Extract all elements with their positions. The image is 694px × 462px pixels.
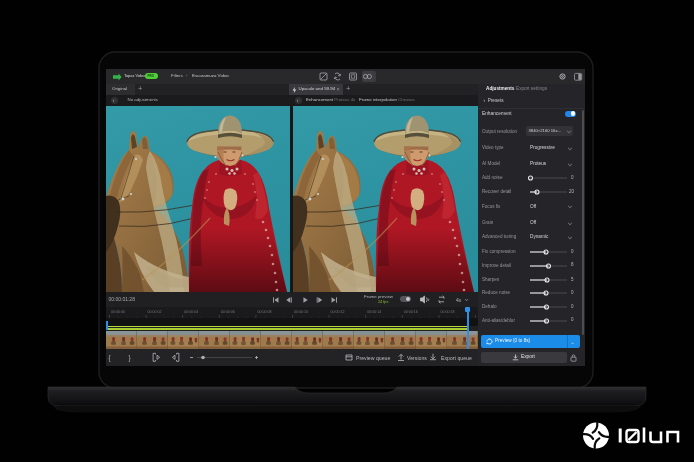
svg-text:{: {	[109, 354, 112, 362]
svg-text:Preview queue: Preview queue	[356, 355, 390, 361]
svg-text:00:00:12: 00:00:12	[331, 310, 345, 314]
svg-text:00:00:04: 00:00:04	[184, 310, 198, 314]
svg-text:00:00:18: 00:00:18	[440, 310, 454, 314]
svg-text:00:00:06: 00:00:06	[221, 310, 235, 314]
svg-text:Versions: Versions	[407, 355, 427, 361]
svg-text:00:00:14: 00:00:14	[367, 310, 381, 314]
svg-text:00:00:16: 00:00:16	[404, 310, 418, 314]
svg-text:00:00:02: 00:00:02	[148, 310, 162, 314]
svg-text:00:00:08: 00:00:08	[257, 310, 271, 314]
svg-text:4x: 4x	[456, 297, 462, 303]
svg-text:00:00:10: 00:00:10	[294, 310, 308, 314]
svg-text:}: }	[129, 354, 132, 362]
svg-text:Export queue: Export queue	[441, 355, 472, 361]
svg-text:00:00:00: 00:00:00	[111, 310, 125, 314]
